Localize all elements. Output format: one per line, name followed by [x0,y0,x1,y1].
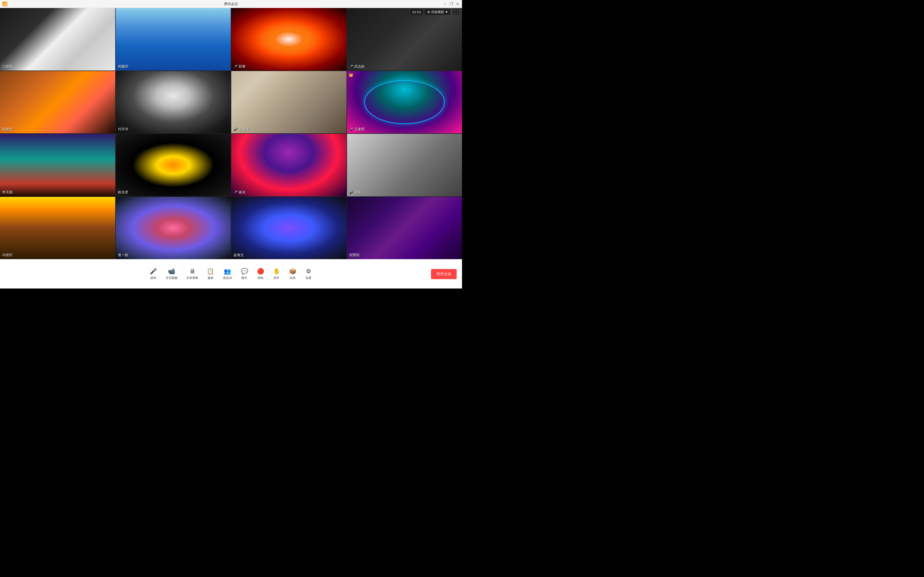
meeting-header: 02:53 ⊞ 宫格视图 ▼ ⛶ [411,8,462,16]
mic-on-icon: 🎤 [233,127,237,131]
participant-name: 王斑瑾 [239,127,249,131]
share-screen-icon: 🖥 [189,268,195,275]
mic-on-icon: 🎤 [349,127,353,131]
leave-meeting-button[interactable]: 离开会议 [431,269,457,279]
meeting-time: 02:53 [411,10,423,15]
toolbar-item-apps[interactable]: 📦应用 [284,268,300,280]
raise-hand-label: 举手 [273,276,279,280]
video-cell-3: 🎤邵琳 [231,8,347,71]
participant-name: 张萍 [354,190,361,194]
participant-name: 欧玲君 [118,190,128,194]
minimize-button[interactable]: ─ [443,2,447,6]
settings-icon: ⚙ [306,268,311,275]
toolbar-item-settings[interactable]: ⚙设置 [300,268,317,280]
raise-hand-icon: ✋ [273,268,280,275]
members-icon: 👥 [224,268,231,275]
mute-icon: 🎤 [150,268,157,275]
video-cell-2: 周颜明 [116,8,231,71]
video-cell-7: 🎤王斑瑾 [231,71,347,134]
participant-label: 欧玲君 [118,190,128,195]
app-title: 腾讯会议 [224,2,238,6]
video-cell-14: 黄一航 [116,197,231,259]
participant-name: 胡曹阳 [349,253,360,257]
apps-label: 应用 [289,276,296,280]
video-cell-13: 马煜轩 [0,197,115,259]
toolbar-item-record[interactable]: 🔴录制 [252,268,268,280]
participant-label: 🎤谢冰 [233,190,246,195]
toolbar-item-share-screen[interactable]: 🖥共享屏幕 [182,268,202,280]
window-controls: ─ ❐ ✕ [443,0,460,8]
signal-icon: 📶 [2,2,8,6]
toolbar-item-raise-hand[interactable]: ✋举手 [268,268,284,280]
record-icon: 🔴 [257,268,264,275]
toolbar-item-invite[interactable]: 📋邀请 [202,268,218,280]
video-cell-5: 郭婧莹 [0,71,115,134]
mic-on-icon: 🎤 [349,64,353,68]
participant-label: 马煜轩 [2,253,13,258]
participant-name: 王泰熙 [354,127,365,131]
record-label: 录制 [257,276,263,280]
title-bar: 📶 腾讯会议 ─ ❐ ✕ [0,0,462,8]
mic-on-icon: 🎤 [233,190,237,194]
participant-label: 🎤武志皓 [349,64,365,69]
video-icon: 📹 [168,268,175,275]
chat-label: 聊天 [241,276,247,280]
participant-label: 🎤邵琳 [233,64,246,69]
share-screen-label: 共享屏幕 [186,276,198,280]
toolbar-item-video[interactable]: 📹开启视频 [162,268,182,280]
participant-name: 江妍蓉 [2,64,13,68]
video-cell-8: 👑🎤王泰熙 [347,71,462,134]
participant-name: 武志皓 [354,64,365,68]
video-cell-11: 🎤谢冰 [231,134,347,196]
video-cell-1: 江妍蓉 [0,8,115,71]
mic-on-icon: 🎤 [233,64,237,68]
grid-icon: ⊞ [427,10,430,14]
participant-name: 李天阔 [2,190,13,194]
video-cell-16: 胡曹阳 [347,197,462,259]
participant-name: 郭婧莹 [2,127,13,131]
toolbar: 🎤静音📹开启视频🖥共享屏幕📋邀请👥成员(4)💬聊天🔴录制✋举手📦应用⚙设置离开会… [0,259,462,288]
video-grid: 江妍蓉周颜明🎤邵琳🎤武志皓郭婧莹代宇洋🎤王斑瑾👑🎤王泰熙李天阔欧玲君🎤谢冰🎤张萍… [0,8,462,259]
apps-icon: 📦 [289,268,296,275]
fullscreen-button[interactable]: ⛶ [453,9,459,15]
participant-label: 李天阔 [2,190,13,195]
participant-name: 邵琳 [239,64,246,68]
video-cell-12: 🎤张萍 [347,134,462,196]
video-cell-9: 李天阔 [0,134,115,196]
participant-label: 周颜明 [118,64,128,69]
participant-name: 谢冰 [239,190,246,194]
participant-label: 🎤王泰熙 [349,127,365,132]
restore-button[interactable]: ❐ [449,2,454,6]
participant-label: 郭婧莹 [2,127,13,132]
grid-view-button[interactable]: ⊞ 宫格视图 ▼ [425,9,450,15]
participant-label: 赵海文 [233,253,244,258]
participant-name: 黄一航 [118,253,128,257]
participant-label: 黄一航 [118,253,128,258]
participant-name: 马煜轩 [2,253,13,257]
grid-view-label: 宫格视图 [431,10,444,15]
crown-icon: 👑 [349,73,353,77]
toolbar-item-members[interactable]: 👥成员(4) [218,268,236,280]
invite-label: 邀请 [207,276,213,280]
chevron-down-icon: ▼ [445,10,448,14]
toolbar-item-mute[interactable]: 🎤静音 [145,268,162,280]
participant-label: 江妍蓉 [2,64,13,69]
participant-label: 🎤张萍 [349,190,361,195]
chat-icon: 💬 [241,268,248,275]
mute-label: 静音 [150,276,157,280]
members-label: 成员(4) [223,276,232,280]
signal-area: 📶 [2,0,8,8]
video-cell-15: 赵海文 [231,197,347,259]
video-cell-10: 欧玲君 [116,134,231,196]
participant-label: 代宇洋 [118,127,128,132]
video-cell-4: 🎤武志皓 [347,8,462,71]
video-label: 开启视频 [166,276,178,280]
close-button[interactable]: ✕ [456,2,460,6]
participant-label: 🎤王斑瑾 [233,127,249,132]
participant-name: 周颜明 [118,64,128,68]
mic-on-icon: 🎤 [349,190,353,194]
invite-icon: 📋 [207,268,214,275]
video-cell-6: 代宇洋 [116,71,231,134]
toolbar-item-chat[interactable]: 💬聊天 [236,268,252,280]
participant-label: 胡曹阳 [349,253,360,258]
